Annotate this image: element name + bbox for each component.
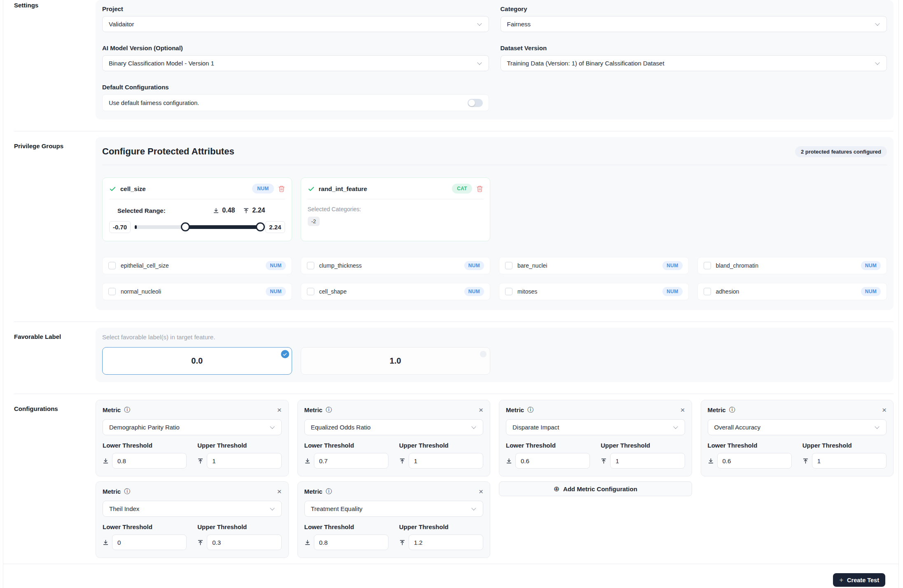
favorable-panel: Select favorable label(s) in target feat…: [96, 328, 894, 382]
remove-metric-button[interactable]: ×: [479, 488, 483, 495]
section-divider: [14, 131, 894, 131]
feature-option-bare-nuclei[interactable]: bare_nuclei NUM: [499, 257, 689, 274]
type-badge-num: NUM: [662, 287, 682, 296]
dataset-version-select[interactable]: Training Data (Version: 1) of Binary Cal…: [501, 55, 887, 71]
metric-select[interactable]: Demographic Parity Ratio: [103, 419, 282, 435]
model-version-label: AI Model Version (Optional): [102, 44, 489, 51]
lower-threshold-input[interactable]: [717, 453, 792, 469]
configurations-area: Metric ⓘ × Demographic Parity Ratio Lowe…: [96, 400, 894, 558]
metric-select[interactable]: Disparate Impact: [506, 419, 685, 435]
checkbox[interactable]: [108, 288, 116, 295]
checkbox[interactable]: [704, 262, 711, 269]
chevron-down-icon: [673, 424, 678, 429]
arrow-up-to-line-icon: [399, 539, 405, 546]
feature-option-clump-thickness[interactable]: clump_thickness NUM: [301, 257, 491, 274]
delete-attribute-button[interactable]: [278, 185, 285, 192]
delete-attribute-button[interactable]: [476, 185, 483, 192]
range-slider[interactable]: [135, 225, 261, 229]
type-badge-num: NUM: [861, 287, 881, 296]
metric-card-theil-index: Metric ⓘ × Theil Index Lower Threshold U…: [96, 481, 289, 558]
lower-threshold-input[interactable]: [112, 453, 187, 469]
remove-metric-button[interactable]: ×: [277, 406, 281, 414]
section-privilege-groups: Privilege Groups Configure Protected Att…: [3, 137, 898, 310]
section-divider: [14, 394, 894, 394]
metric-card-equalized-odds-ratio: Metric ⓘ × Equalized Odds Ratio Lower Th…: [297, 400, 491, 476]
remove-metric-button[interactable]: ×: [882, 406, 887, 414]
info-icon[interactable]: ⓘ: [527, 406, 533, 414]
favorable-option-value: 1.0: [390, 356, 401, 366]
feature-option-adhesion[interactable]: adhesion NUM: [697, 283, 887, 300]
plus-icon: +: [839, 576, 843, 584]
upper-threshold-input[interactable]: [812, 453, 887, 469]
arrow-down-to-line-icon: [506, 458, 512, 464]
checkbox[interactable]: [505, 262, 512, 269]
checkbox[interactable]: [704, 288, 711, 295]
upper-threshold-label: Upper Threshold: [802, 442, 887, 449]
dataset-version-select-value: Training Data (Version: 1) of Binary Cal…: [507, 60, 664, 67]
favorable-option-1[interactable]: 1.0: [301, 347, 491, 375]
favorable-option-0[interactable]: 0.0: [102, 347, 292, 375]
upper-threshold-input[interactable]: [207, 453, 281, 469]
lower-threshold-input[interactable]: [515, 453, 590, 469]
feature-option-mitoses[interactable]: mitoses NUM: [499, 283, 689, 300]
chevron-down-icon: [471, 424, 476, 429]
upper-threshold-input[interactable]: [610, 453, 685, 469]
info-icon[interactable]: ⓘ: [729, 406, 735, 414]
project-select[interactable]: Validaitor: [102, 16, 489, 32]
section-label-privilege-groups: Privilege Groups: [3, 137, 96, 149]
info-icon[interactable]: ⓘ: [124, 488, 130, 495]
favorable-option-value: 0.0: [191, 356, 203, 366]
upper-threshold-input[interactable]: [409, 534, 483, 550]
plus-circle-icon: ⊕: [554, 485, 559, 493]
metric-select[interactable]: Treatment Equality: [304, 501, 484, 517]
category-select[interactable]: Fairness: [501, 16, 887, 32]
checkbox[interactable]: [307, 262, 314, 269]
configured-count-badge: 2 protected features configured: [795, 146, 887, 157]
lower-threshold-input[interactable]: [112, 534, 187, 550]
feature-option-epithelial-cell-size[interactable]: epithelial_cell_size NUM: [102, 257, 292, 274]
heading-rule: [102, 165, 887, 165]
default-config-toggle[interactable]: [468, 99, 483, 107]
arrow-up-to-line-icon: [197, 539, 204, 546]
metric-select[interactable]: Theil Index: [103, 501, 282, 517]
feature-option-bland-chromatin[interactable]: bland_chromatin NUM: [697, 257, 887, 274]
info-icon[interactable]: ⓘ: [326, 488, 332, 495]
feature-option-normal-nucleoli[interactable]: normal_nucleoli NUM: [102, 283, 292, 300]
remove-metric-button[interactable]: ×: [680, 406, 685, 414]
info-icon[interactable]: ⓘ: [124, 406, 130, 414]
section-configurations: Configurations Metric ⓘ × Demographic Pa…: [3, 400, 898, 558]
checkbox[interactable]: [307, 288, 314, 295]
arrow-up-to-line-icon: [243, 208, 249, 214]
slider-rail-start: [135, 225, 137, 229]
model-version-select[interactable]: Binary Classification Model - Version 1: [102, 55, 489, 71]
checkbox[interactable]: [108, 262, 116, 269]
slider-handle-low[interactable]: [181, 222, 190, 231]
metric-card-treatment-equality: Metric ⓘ × Treatment Equality Lower Thre…: [297, 481, 491, 558]
add-metric-configuration-button[interactable]: ⊕ Add Metric Configuration: [499, 481, 692, 496]
remove-metric-button[interactable]: ×: [479, 406, 483, 414]
section-label-favorable-label: Favorable Label: [3, 328, 96, 340]
feature-option-cell-shape[interactable]: cell_shape NUM: [301, 283, 491, 300]
category-field: Category Fairness: [501, 5, 887, 32]
project-select-value: Validaitor: [109, 21, 134, 28]
lower-threshold-input[interactable]: [314, 534, 388, 550]
metric-select[interactable]: Equalized Odds Ratio: [304, 419, 484, 435]
arrow-down-to-line-icon: [304, 458, 311, 464]
trash-icon: [476, 185, 483, 192]
create-test-button[interactable]: + Create Test: [833, 573, 885, 587]
metric-select[interactable]: Overall Accuracy: [708, 419, 887, 435]
lower-threshold-input[interactable]: [314, 453, 388, 469]
category-chip: -2: [308, 217, 320, 226]
unselected-dot: [480, 351, 487, 357]
slider-handle-high[interactable]: [256, 222, 265, 231]
info-icon[interactable]: ⓘ: [326, 406, 332, 414]
remove-metric-button[interactable]: ×: [277, 488, 281, 495]
default-config-text: Use default fairness configuration.: [109, 100, 199, 106]
slider-selected-range: [185, 225, 261, 229]
default-config-field: Default Configurations Use default fairn…: [102, 84, 489, 111]
upper-threshold-input[interactable]: [207, 534, 281, 550]
selected-range-label: Selected Range:: [117, 207, 166, 214]
upper-threshold-input[interactable]: [409, 453, 483, 469]
checkbox[interactable]: [505, 288, 512, 295]
project-field: Project Validaitor: [102, 5, 489, 32]
